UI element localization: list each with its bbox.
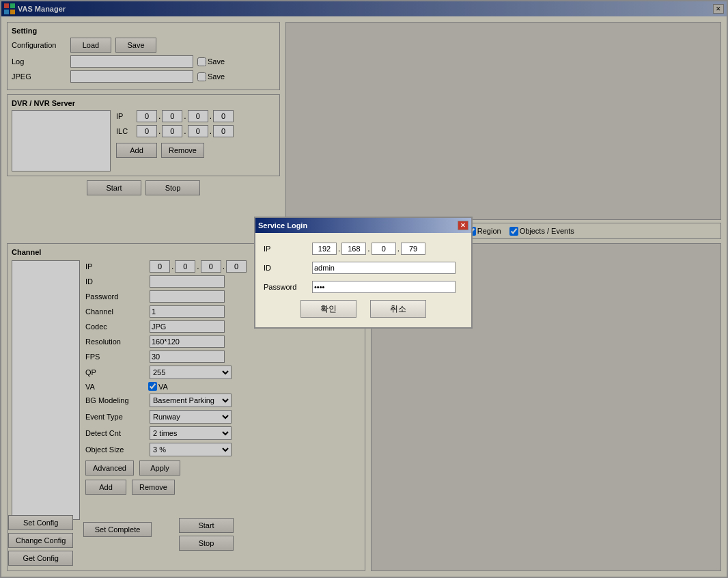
modal-ip-seg2[interactable] — [341, 243, 366, 255]
modal-id-input[interactable] — [312, 262, 456, 274]
modal-ip-label: IP — [264, 245, 308, 253]
modal-password-input[interactable] — [312, 281, 456, 293]
modal-password-row: Password — [264, 281, 463, 293]
modal-buttons: 확인 취소 — [264, 300, 463, 318]
modal-title-text: Service Login — [258, 221, 307, 230]
modal-title-bar: Service Login ✕ — [255, 218, 471, 233]
modal-ip-seg1[interactable] — [312, 243, 337, 255]
modal-password-label: Password — [264, 283, 308, 291]
modal-id-label: ID — [264, 264, 308, 272]
modal-ip-seg4[interactable] — [401, 243, 425, 255]
modal-content: IP . . . ID Password — [255, 233, 471, 327]
modal-id-row: ID — [264, 262, 463, 274]
modal-ip-container: . . . — [312, 243, 425, 255]
modal-ip-seg3[interactable] — [372, 243, 396, 255]
main-window: VAS Manager ✕ Setting Configuration Load… — [0, 0, 728, 578]
modal-close-button[interactable]: ✕ — [458, 221, 468, 230]
modal-ip-row: IP . . . — [264, 243, 463, 255]
modal-cancel-button[interactable]: 취소 — [370, 300, 426, 318]
service-login-modal: Service Login ✕ IP . . . ID — [254, 217, 473, 329]
modal-confirm-button[interactable]: 확인 — [300, 300, 356, 318]
